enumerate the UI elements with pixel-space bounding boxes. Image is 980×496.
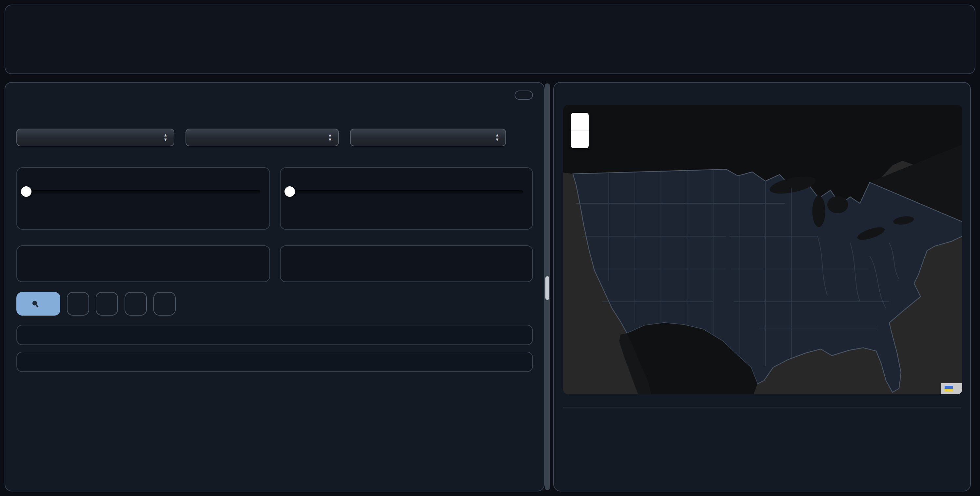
search-preview-status — [563, 402, 961, 407]
prompt-preview-section[interactable] — [16, 325, 533, 345]
magnifier-icon — [32, 300, 40, 308]
select-spinner-icon: ▲▼ — [492, 131, 502, 144]
station-dots — [563, 105, 962, 394]
collapse-button[interactable] — [515, 91, 533, 100]
days-slider-card — [280, 167, 533, 230]
manual-import-section[interactable] — [16, 352, 533, 372]
days-slider-handle[interactable] — [284, 186, 295, 197]
stories-slider-card — [16, 167, 270, 230]
region-select[interactable]: ▲▼ — [16, 129, 174, 146]
clear-runs-button[interactable] — [153, 292, 176, 316]
copy-prompt-button[interactable] — [96, 292, 118, 316]
map-canvas[interactable] — [563, 105, 962, 394]
select-spinner-icon: ▲▼ — [325, 131, 335, 144]
build-search-panel: ▲▼ ▲▼ ▲▼ — [5, 82, 545, 491]
reset-button[interactable] — [124, 292, 147, 316]
stories-slider-handle[interactable] — [21, 186, 32, 197]
stories-slider-track[interactable] — [26, 190, 260, 193]
run-scan-button[interactable] — [16, 292, 60, 316]
app-viewport: ▲▼ ▲▼ ▲▼ — [0, 0, 980, 496]
zoom-in-button[interactable] — [571, 113, 589, 131]
left-panel-scrollbar-thumb[interactable] — [546, 276, 549, 300]
zoom-out-button[interactable] — [571, 131, 589, 148]
select-spinner-icon: ▲▼ — [161, 131, 170, 144]
custom-focus-input[interactable] — [280, 246, 533, 282]
station-select[interactable]: ▲▼ — [350, 129, 506, 146]
map-attribution — [941, 383, 962, 394]
map-zoom-control — [571, 113, 589, 148]
timezone-select[interactable]: ▲▼ — [186, 129, 339, 146]
left-panel-scrollbar-track[interactable] — [545, 83, 550, 490]
dashboard-page: ▲▼ ▲▼ ▲▼ — [0, 0, 980, 496]
howto-panel — [5, 5, 975, 74]
refresh-prompt-button[interactable] — [67, 292, 89, 316]
ukraine-flag-icon — [945, 386, 953, 392]
quick-focus-options — [16, 246, 270, 282]
station-map-panel — [553, 82, 971, 491]
days-slider-track[interactable] — [290, 190, 523, 193]
